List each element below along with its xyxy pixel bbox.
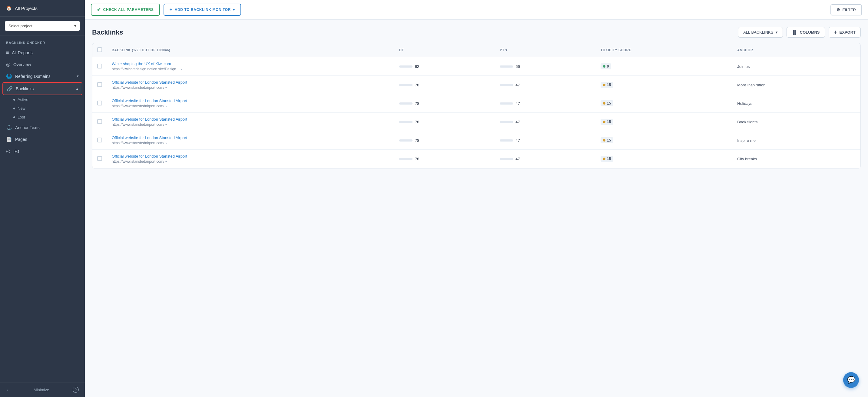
toxicity-cell: 15 [596, 76, 733, 94]
toxicity-cell: 15 [596, 113, 733, 131]
sidebar-item-label: Overview [13, 62, 31, 67]
all-backlinks-dropdown[interactable]: ALL BACKLINKS ▾ [738, 27, 783, 37]
row-checkbox-2[interactable] [97, 101, 102, 106]
export-label: EXPORT [840, 30, 856, 34]
url-dropdown-icon[interactable]: ▾ [165, 105, 167, 108]
chevron-down-icon: ▾ [74, 24, 76, 28]
minimize-button[interactable]: ← Minimize ? [0, 382, 85, 397]
dt-cell: 92 [394, 57, 495, 76]
filter-button[interactable]: ⚙ FILTER [831, 4, 862, 16]
subitem-label: Active [18, 97, 28, 102]
sidebar-subitem-lost[interactable]: Lost [0, 113, 85, 121]
url-dropdown-icon[interactable]: ▾ [165, 123, 167, 126]
row-checkbox-3[interactable] [97, 119, 102, 124]
chevron-up-icon: ▴ [76, 87, 78, 91]
all-projects-link[interactable]: 🏠 All Projects [0, 0, 85, 17]
backlink-url: https://www.stanstedairport.com/ ▾ [112, 141, 390, 145]
columns-label: COLUMNS [800, 30, 820, 34]
backlink-title-link[interactable]: Official website for London Stansted Air… [112, 117, 390, 121]
sidebar-item-all-reports[interactable]: ≡ All Reports [0, 47, 85, 58]
backlink-title-link[interactable]: Official website for London Stansted Air… [112, 98, 390, 103]
sidebar-subitem-new[interactable]: New [0, 104, 85, 113]
export-button[interactable]: ⬇ EXPORT [829, 27, 861, 37]
dt-score: 78 [399, 101, 490, 106]
row-checkbox-1[interactable] [97, 82, 102, 87]
row-checkbox-5[interactable] [97, 156, 102, 161]
toxicity-badge: 15 [600, 156, 613, 162]
table-row: Official website for London Stansted Air… [92, 76, 861, 94]
columns-button[interactable]: ▐▌ COLUMNS [786, 27, 825, 37]
check-icon: ✔ [97, 7, 101, 12]
dt-score-value: 78 [415, 157, 419, 161]
pt-score-value: 47 [516, 138, 520, 143]
select-all-checkbox[interactable] [97, 47, 102, 52]
toxicity-badge: 15 [600, 82, 613, 88]
url-dropdown-icon[interactable]: ▾ [181, 67, 182, 71]
pt-bar-track [500, 121, 513, 123]
backlink-title-link[interactable]: Official website for London Stansted Air… [112, 154, 390, 159]
ip-icon: ◎ [6, 148, 10, 154]
chevron-down-icon: ▾ [77, 74, 79, 78]
anchor-cell: Join us [732, 57, 861, 76]
pt-bar-track [500, 103, 513, 105]
backlink-title-link[interactable]: We're shaping the UX of Kiwi.com [112, 61, 390, 66]
filter-icon: ⚙ [837, 7, 840, 12]
backlink-cell: Official website for London Stansted Air… [107, 113, 394, 131]
toxicity-badge: 15 [600, 137, 613, 143]
toxicity-dot [603, 158, 606, 160]
sidebar-subitem-active[interactable]: Active [0, 95, 85, 104]
anchor-cell: More Inspiration [732, 76, 861, 94]
pt-score: 47 [500, 120, 591, 124]
sidebar-item-ips[interactable]: ◎ IPs [0, 145, 85, 157]
toxicity-cell: 15 [596, 94, 733, 113]
dt-score-value: 78 [415, 101, 419, 106]
backlink-title-link[interactable]: Official website for London Stansted Air… [112, 136, 390, 140]
sidebar-item-referring-domains[interactable]: 🌐 Referring Domains ▾ [0, 70, 85, 82]
sidebar-item-pages[interactable]: 📄 Pages [0, 133, 85, 145]
page-title: Backlinks [92, 28, 735, 36]
url-dropdown-icon[interactable]: ▾ [165, 86, 167, 89]
backlink-url: https://www.stanstedairport.com/ ▾ [112, 104, 390, 108]
sidebar-item-anchor-texts[interactable]: ⚓ Anchor Texts [0, 121, 85, 133]
row-checkbox-0[interactable] [97, 64, 102, 68]
pt-bar-track [500, 158, 513, 160]
table-row: Official website for London Stansted Air… [92, 131, 861, 150]
sidebar-item-overview[interactable]: ◎ Overview [0, 58, 85, 70]
table-row: We're shaping the UX of Kiwi.com https:/… [92, 57, 861, 76]
dt-score-value: 78 [415, 138, 419, 143]
dot-icon [13, 108, 15, 109]
row-checkbox-4[interactable] [97, 138, 102, 142]
link-icon: 🔗 [7, 86, 13, 91]
project-select-dropdown[interactable]: Select project ▾ [5, 21, 80, 31]
anchor-cell: Holidays [732, 94, 861, 113]
subitem-label: New [18, 106, 26, 111]
toxicity-dot [603, 139, 606, 142]
content-header: Backlinks ALL BACKLINKS ▾ ▐▌ COLUMNS ⬇ E… [92, 27, 861, 37]
check-all-parameters-button[interactable]: ✔ CHECK ALL PARAMETERS [91, 4, 160, 16]
toxicity-cell: 15 [596, 131, 733, 150]
toxicity-cell: 15 [596, 150, 733, 168]
circle-icon: ◎ [6, 61, 10, 67]
dt-score: 78 [399, 138, 490, 143]
dt-bar-track [399, 121, 412, 123]
url-dropdown-icon[interactable]: ▾ [165, 160, 167, 163]
chat-support-button[interactable]: 💬 [843, 372, 859, 388]
backlink-title-link[interactable]: Official website for London Stansted Air… [112, 80, 390, 85]
chat-icon: 💬 [847, 376, 855, 384]
pt-score: 47 [500, 83, 591, 87]
pt-bar-track [500, 139, 513, 142]
toxicity-cell: 0 [596, 57, 733, 76]
sort-icon: ▾ [505, 48, 507, 52]
col-pt[interactable]: PT ▾ [495, 43, 595, 57]
sidebar-item-backlinks[interactable]: 🔗 Backlinks ▴ [2, 82, 82, 95]
dt-score: 92 [399, 64, 490, 69]
backlink-url: https://www.stanstedairport.com/ ▾ [112, 122, 390, 127]
dt-bar-track [399, 84, 412, 86]
project-select-wrap: Select project ▾ [0, 17, 85, 35]
chevron-down-icon: ▾ [776, 30, 778, 34]
url-dropdown-icon[interactable]: ▾ [165, 142, 167, 145]
backlink-url: https://www.stanstedairport.com/ ▾ [112, 160, 390, 164]
add-to-backlink-monitor-button[interactable]: + ADD TO BACKLINK MONITOR ▾ [163, 4, 241, 16]
dot-icon [13, 116, 15, 118]
pt-cell: 47 [495, 94, 595, 113]
